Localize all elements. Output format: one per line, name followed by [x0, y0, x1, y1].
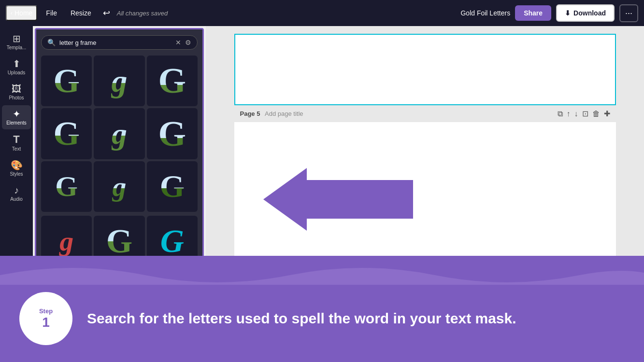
styles-icon: 🎨 [11, 160, 23, 170]
list-item[interactable]: G [41, 161, 92, 212]
nav-right: Gold Foil Letters Share ⬇ Download ··· [460, 4, 638, 22]
step-label: Step [39, 307, 53, 315]
step-number: 1 [42, 315, 50, 330]
bottom-section: Step 1 Search for the letters used to sp… [0, 256, 644, 362]
list-item[interactable]: g [94, 108, 144, 159]
page5-actions: ⧉ ↑ ↓ ⊡ 🗑 ✚ [558, 109, 610, 118]
download-button[interactable]: ⬇ Download [556, 4, 615, 22]
bottom-content: Step 1 Search for the letters used to sp… [0, 275, 644, 362]
sidebar-label-audio: Audio [10, 196, 23, 202]
saved-status: All changes saved [117, 10, 457, 17]
navbar: ‹ Home File Resize ↩ All changes saved G… [0, 0, 644, 26]
step-instruction-text: Search for the letters used to spell the… [87, 309, 516, 329]
more-options-button[interactable]: ··· [619, 4, 638, 22]
download-icon: ⬇ [565, 9, 571, 17]
page5-label: Page 5 Add page title [240, 110, 303, 117]
arrow-head [263, 168, 307, 231]
list-item[interactable]: G [147, 161, 198, 212]
sidebar-label-elements: Elements [6, 120, 27, 125]
sidebar-item-uploads[interactable]: ⬆ Uploads [2, 55, 31, 79]
list-item[interactable]: G [41, 56, 92, 106]
text-icon: T [13, 134, 19, 145]
sidebar-label-styles: Styles [10, 171, 23, 177]
page-top-partial [234, 34, 616, 105]
resize-button[interactable]: Resize [66, 6, 96, 20]
search-input[interactable] [59, 39, 172, 46]
templates-icon: ⊞ [13, 34, 21, 43]
search-filter-button[interactable]: ⚙ [185, 39, 191, 46]
sidebar-label-photos: Photos [9, 95, 24, 100]
photos-icon: 🖼 [12, 84, 21, 94]
share-button[interactable]: Share [515, 5, 551, 21]
page5-header: Page 5 Add page title ⧉ ↑ ↓ ⊡ 🗑 ✚ [234, 105, 616, 122]
sidebar-label-templates: Templa... [7, 45, 27, 50]
arrow-body [307, 180, 413, 219]
page5-body[interactable] [234, 122, 616, 277]
purple-arrow [263, 168, 413, 231]
search-clear-button[interactable]: ✕ [175, 39, 181, 46]
uploads-icon: ⬆ [13, 59, 21, 69]
add-page-button[interactable]: ✚ [604, 109, 610, 118]
copy-page-button[interactable]: ⊡ [582, 109, 588, 118]
sidebar-item-styles[interactable]: 🎨 Styles [2, 156, 31, 181]
duplicate-page-button[interactable]: ⧉ [558, 110, 563, 118]
home-label: Home [14, 9, 32, 17]
sidebar-label-uploads: Uploads [8, 70, 26, 75]
list-item[interactable]: G [147, 56, 198, 106]
document-title: Gold Foil Letters [460, 9, 510, 17]
delete-page-button[interactable]: 🗑 [592, 110, 600, 118]
home-button[interactable]: ‹ Home [6, 5, 37, 21]
list-item[interactable]: G [41, 108, 92, 159]
sidebar-item-photos[interactable]: 🖼 Photos [2, 80, 31, 104]
letter-grid-top: G g G G g G G g [41, 56, 198, 212]
page5-title-placeholder[interactable]: Add page title [265, 110, 303, 117]
sidebar-item-elements[interactable]: ✦ Elements [2, 105, 31, 129]
file-menu-button[interactable]: File [41, 6, 62, 20]
back-chevron-icon: ‹ [11, 10, 13, 16]
audio-icon: ♪ [14, 185, 19, 195]
step-circle: Step 1 [19, 292, 72, 345]
search-icon: 🔍 [47, 39, 56, 46]
scroll-gap [41, 212, 198, 216]
list-item[interactable]: g [94, 161, 144, 212]
list-item[interactable]: G [147, 108, 198, 159]
sidebar-item-text[interactable]: T Text [2, 130, 31, 155]
move-page-up-button[interactable]: ↑ [567, 110, 571, 118]
list-item[interactable]: g [94, 56, 144, 106]
sidebar-item-audio[interactable]: ♪ Audio [2, 181, 31, 206]
sidebar-label-text: Text [12, 146, 21, 152]
move-page-down-button[interactable]: ↓ [574, 110, 578, 118]
search-bar: 🔍 ✕ ⚙ [41, 35, 198, 50]
sidebar-item-templates[interactable]: ⊞ Templa... [2, 30, 31, 54]
undo-button[interactable]: ↩ [100, 5, 113, 21]
elements-icon: ✦ [13, 109, 21, 119]
